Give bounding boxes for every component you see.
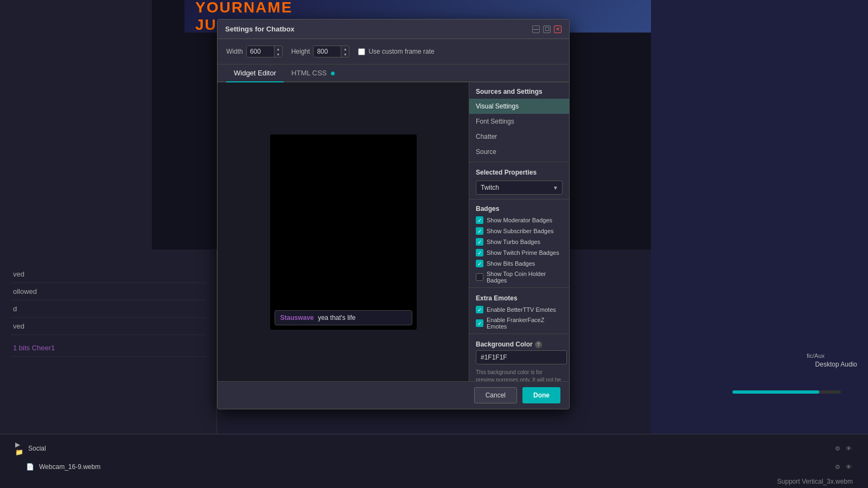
desktop-audio-label: Desktop Audio bbox=[815, 361, 857, 368]
tab-html-css[interactable]: HTML CSS bbox=[284, 65, 342, 81]
badge-row-5: Show Top Coin Holder Badges bbox=[469, 269, 569, 285]
height-label: Height bbox=[291, 48, 310, 55]
done-button[interactable]: Done bbox=[522, 387, 560, 403]
height-down-arrow[interactable]: ▼ bbox=[341, 52, 349, 57]
selected-dropdown-wrap: Twitch YouTube Facebook ▼ bbox=[476, 181, 563, 195]
divider-3 bbox=[469, 287, 569, 288]
width-arrows: ▲ ▼ bbox=[274, 46, 282, 57]
bg-color-input-row bbox=[476, 350, 563, 364]
height-up-arrow[interactable]: ▲ bbox=[341, 46, 349, 52]
bg-color-label: Background Color bbox=[476, 341, 533, 348]
file-row[interactable]: 📄 Webcam_16-9.webm ⚙ 👁 bbox=[11, 460, 857, 473]
vertical-stream-row[interactable]: Support Vertical_3x.webm bbox=[11, 476, 857, 487]
badge-label-1: Show Subscriber Badges bbox=[487, 228, 554, 234]
badge-checkbox-2[interactable]: ✓ bbox=[476, 238, 483, 246]
chat-message: Stauswave yea that's life bbox=[275, 310, 412, 325]
badge-checkbox-1[interactable]: ✓ bbox=[476, 227, 483, 235]
settings-dialog: Settings for Chatbox — ☐ ✕ Width ▲ ▼ Hei… bbox=[217, 19, 570, 409]
badge-row-4: ✓ Show Bits Badges bbox=[469, 258, 569, 269]
right-panel: Desktop Audio fic/Aux bbox=[651, 0, 868, 488]
badge-row-3: ✓ Show Twitch Prime Badges bbox=[469, 247, 569, 258]
emote-checkbox-1[interactable]: ✓ bbox=[476, 319, 483, 327]
sources-settings-title: Sources and Settings bbox=[469, 82, 569, 99]
folder-eye-btn[interactable]: 👁 bbox=[844, 444, 853, 453]
badge-checkbox-5[interactable] bbox=[476, 273, 483, 281]
height-group: Height ▲ ▼ bbox=[291, 46, 350, 57]
restore-button[interactable]: ☐ bbox=[543, 25, 551, 33]
bg-color-input[interactable] bbox=[476, 350, 567, 364]
file-settings-btn[interactable]: ⚙ bbox=[833, 463, 842, 471]
top-controls: Width ▲ ▼ Height ▲ ▼ Use custom frame bbox=[218, 39, 569, 65]
settings-panel: Sources and Settings Visual Settings Fon… bbox=[469, 82, 569, 381]
cancel-button[interactable]: Cancel bbox=[474, 387, 517, 403]
badge-label-5: Show Top Coin Holder Badges bbox=[487, 271, 563, 284]
width-input-wrap: ▲ ▼ bbox=[246, 46, 283, 57]
divider-4 bbox=[469, 333, 569, 334]
list-item: ved bbox=[11, 266, 206, 283]
height-arrows: ▲ ▼ bbox=[341, 46, 349, 57]
nav-source[interactable]: Source bbox=[469, 144, 569, 159]
nav-visual-settings[interactable]: Visual Settings bbox=[469, 99, 569, 114]
badge-checkbox-0[interactable]: ✓ bbox=[476, 216, 483, 224]
emote-row-1: ✓ Enable FrankerFaceZ Emotes bbox=[469, 315, 569, 331]
nav-font-settings[interactable]: Font Settings bbox=[469, 114, 569, 129]
custom-frame-checkbox[interactable] bbox=[358, 48, 365, 55]
badge-checkbox-4[interactable]: ✓ bbox=[476, 260, 483, 267]
emote-row-0: ✓ Enable BetterTTV Emotes bbox=[469, 304, 569, 315]
badge-row-0: ✓ Show Moderator Badges bbox=[469, 215, 569, 226]
file-name: Webcam_16-9.webm bbox=[39, 463, 829, 471]
divider-1 bbox=[469, 162, 569, 162]
bits-label: 1 bits Cheer1 bbox=[11, 339, 206, 357]
emote-label-0: Enable BetterTTV Emotes bbox=[487, 306, 556, 313]
dialog-footer: Cancel Done bbox=[218, 381, 569, 409]
list-item: ved bbox=[11, 318, 206, 335]
folder-settings-btn[interactable]: ⚙ bbox=[833, 444, 842, 453]
emote-checkbox-0[interactable]: ✓ bbox=[476, 306, 483, 313]
badge-checkbox-3[interactable]: ✓ bbox=[476, 249, 483, 256]
selected-properties-title: Selected Properties bbox=[469, 164, 569, 178]
list-item: d bbox=[11, 300, 206, 318]
width-input[interactable] bbox=[247, 46, 274, 57]
dialog-body: Stauswave yea that's life Sources and Se… bbox=[218, 82, 569, 381]
nav-chatter[interactable]: Chatter bbox=[469, 129, 569, 144]
chat-preview-box: Stauswave yea that's life bbox=[270, 134, 417, 330]
height-input[interactable] bbox=[314, 46, 341, 57]
height-input-wrap: ▲ ▼ bbox=[313, 46, 349, 57]
info-icon[interactable]: ? bbox=[535, 341, 542, 348]
minimize-button[interactable]: — bbox=[532, 25, 540, 33]
chat-text: yea that's life bbox=[316, 314, 356, 322]
source-dropdown[interactable]: Twitch YouTube Facebook bbox=[476, 181, 563, 195]
titlebar-buttons: — ☐ ✕ bbox=[532, 25, 561, 33]
bg-color-title: Background Color ? bbox=[469, 336, 569, 350]
stream-label: fic/Aux bbox=[807, 352, 825, 359]
width-down-arrow[interactable]: ▼ bbox=[275, 52, 282, 57]
badge-row-1: ✓ Show Subscriber Badges bbox=[469, 226, 569, 236]
folder-row[interactable]: ▶ 📁 Social ⚙ 👁 bbox=[11, 439, 857, 458]
file-list: ▶ 📁 Social ⚙ 👁 📄 Webcam_16-9.webm ⚙ 👁 Su… bbox=[0, 434, 868, 488]
bg-note: This background color is for preview pur… bbox=[469, 367, 569, 381]
file-eye-btn[interactable]: 👁 bbox=[844, 463, 853, 471]
badge-label-4: Show Bits Badges bbox=[487, 260, 535, 267]
custom-frame-group: Use custom frame rate bbox=[358, 48, 434, 55]
dialog-titlebar: Settings for Chatbox — ☐ ✕ bbox=[218, 20, 569, 39]
volume-bar bbox=[732, 390, 841, 394]
tab-widget-editor[interactable]: Widget Editor bbox=[226, 65, 284, 82]
folder-name: Social bbox=[28, 445, 829, 452]
divider-2 bbox=[469, 199, 569, 200]
extra-emotes-title: Extra Emotes bbox=[469, 290, 569, 304]
folder-icon: ▶ 📁 bbox=[15, 441, 24, 456]
chat-username: Stauswave bbox=[280, 314, 314, 322]
width-up-arrow[interactable]: ▲ bbox=[275, 46, 282, 52]
badge-row-2: ✓ Show Turbo Badges bbox=[469, 236, 569, 247]
badge-label-3: Show Twitch Prime Badges bbox=[487, 249, 559, 256]
close-button[interactable]: ✕ bbox=[554, 25, 561, 33]
custom-frame-label: Use custom frame rate bbox=[368, 48, 434, 55]
dialog-tabs: Widget Editor HTML CSS bbox=[218, 65, 569, 82]
list-item: ollowed bbox=[11, 283, 206, 300]
badge-label-0: Show Moderator Badges bbox=[487, 217, 552, 223]
badge-label-2: Show Turbo Badges bbox=[487, 239, 540, 245]
volume-bar-fill bbox=[732, 390, 819, 394]
dialog-title: Settings for Chatbox bbox=[225, 25, 295, 33]
file-icon: 📄 bbox=[26, 463, 35, 471]
emote-label-1: Enable FrankerFaceZ Emotes bbox=[487, 317, 563, 330]
